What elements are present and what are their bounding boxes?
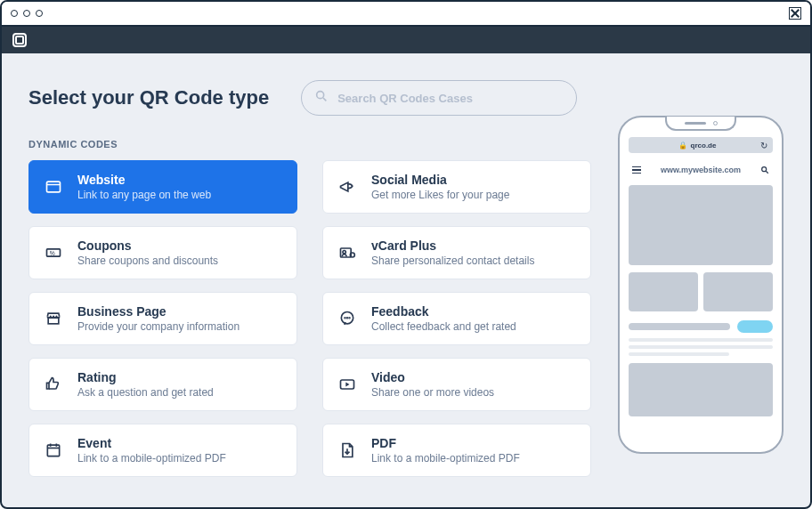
card-title: Website [77,173,211,187]
phone-pill-button [737,320,773,333]
menu-icon [632,166,641,174]
svg-rect-16 [47,445,59,456]
video-icon [337,376,357,393]
card-title: PDF [371,436,520,450]
svg-rect-9 [48,318,59,324]
page-title: Select your QR Code type [28,86,269,109]
svg-point-24 [762,167,767,172]
card-title: Feedback [371,304,516,319]
svg-line-25 [766,171,768,174]
close-icon[interactable] [789,7,801,20]
card-feedback[interactable]: Feedback Collect feedback and get rated [322,292,591,345]
card-desc: Link to a mobile-optimized PDF [371,452,520,465]
phone-notch [665,117,736,131]
thumbs-icon [44,376,63,393]
phone-urlbar: 🔒 qrco.de ↻ [629,137,773,153]
card-event[interactable]: Event Link to a mobile-optimized PDF [28,424,297,477]
main-content: Select your QR Code type Search QR Codes… [2,53,810,495]
pdf-icon [337,441,357,459]
phone-navrow: www.mywebsite.com [629,160,773,185]
card-pdf[interactable]: PDF Link to a mobile-optimized PDF [322,424,591,477]
svg-text:%: % [50,250,55,256]
card-title: vCard Plus [371,238,534,253]
search-placeholder: Search QR Codes Cases [337,92,473,105]
phone-block [629,363,773,416]
card-title: Rating [77,370,214,384]
svg-line-1 [323,98,326,101]
search-icon [760,162,769,178]
card-desc: Get more Likes for your page [371,189,509,201]
svg-point-13 [349,318,350,319]
card-desc: Share one or more videos [371,386,494,399]
window-controls[interactable] [11,10,43,17]
app-logo-icon [12,33,27,47]
svg-point-7 [343,251,345,254]
window-titlebar [2,2,810,27]
card-title: Event [77,436,226,450]
card-desc: Link to a mobile-optimized PDF [77,452,226,465]
card-vcard[interactable]: vCard Plus Share personalized contact de… [322,226,591,279]
phone-text-line [629,345,773,349]
phone-row [629,320,773,333]
vcard-icon [337,244,357,262]
phone-block [629,272,698,311]
phone-domain: qrco.de [691,141,717,149]
left-panel: Select your QR Code type Search QR Codes… [28,80,591,477]
app-bar [2,27,810,53]
card-website[interactable]: Website Link to any page on the web [28,160,297,214]
app-window: Select your QR Code type Search QR Codes… [0,0,812,509]
search-input[interactable]: Search QR Codes Cases [301,80,577,116]
chat-icon [337,310,357,327]
calendar-icon [44,441,63,459]
window-dot[interactable] [36,10,43,17]
phone-text-line [629,338,773,342]
card-desc: Link to any page on the web [77,189,211,201]
refresh-icon: ↻ [760,141,767,150]
website-icon [44,178,63,196]
card-desc: Provide your company information [77,320,240,333]
card-title: Social Media [371,173,509,187]
svg-point-8 [350,253,354,257]
phone-block [703,272,773,311]
lock-icon: 🔒 [678,141,687,149]
card-desc: Share personalized contact details [371,254,534,267]
card-rating[interactable]: Rating Ask a question and get rated [28,358,297,411]
phone-preview: 🔒 qrco.de ↻ www.mywebsite.com [618,116,784,454]
card-title: Business Page [77,304,240,319]
card-title: Video [371,370,494,384]
card-business[interactable]: Business Page Provide your company infor… [28,292,297,345]
store-icon [44,310,63,327]
card-grid: Website Link to any page on the web Soci… [28,160,591,477]
card-title: Coupons [77,238,218,253]
window-dot[interactable] [23,10,30,17]
phone-text-line [629,352,729,356]
search-icon [314,89,329,107]
window-dot[interactable] [11,10,18,17]
svg-point-0 [317,92,324,99]
phone-site-url: www.mywebsite.com [661,166,741,174]
svg-point-12 [347,318,348,319]
card-desc: Share coupons and discounts [77,254,218,267]
coupon-icon: % [44,244,63,262]
phone-hero-block [629,185,773,265]
megaphone-icon [337,178,357,196]
header-row: Select your QR Code type Search QR Codes… [28,80,591,116]
card-coupons[interactable]: % Coupons Share coupons and discounts [28,226,297,279]
phone-bar [629,323,730,330]
section-label: DYNAMIC CODES [28,139,591,149]
svg-point-11 [345,318,345,319]
card-social[interactable]: Social Media Get more Likes for your pag… [322,160,591,214]
card-desc: Collect feedback and get rated [371,320,516,333]
svg-marker-15 [345,383,349,387]
card-video[interactable]: Video Share one or more videos [322,358,591,411]
svg-rect-2 [47,182,61,192]
phone-row [629,272,773,311]
card-desc: Ask a question and get rated [77,386,214,399]
